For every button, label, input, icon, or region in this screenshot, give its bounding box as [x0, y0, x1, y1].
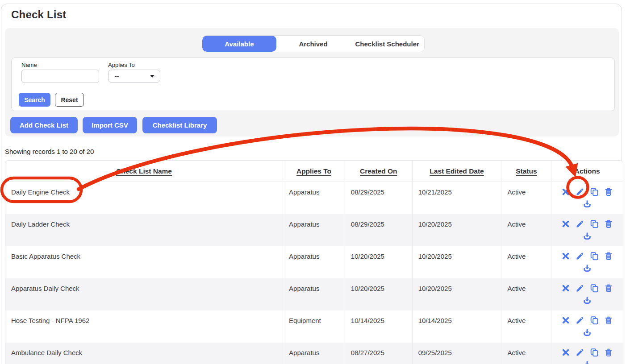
cell-actions: [551, 343, 623, 364]
copy-icon[interactable]: [590, 187, 599, 196]
cell-last-edited-date: 10/21/2025: [412, 182, 501, 214]
checklist-table: Check List Name Applies To Created On La…: [5, 160, 623, 364]
copy-icon[interactable]: [590, 284, 599, 293]
edit-icon[interactable]: [576, 187, 584, 196]
cell-status: Active: [501, 182, 551, 214]
cell-actions: [551, 246, 623, 278]
search-button[interactable]: Search: [19, 93, 50, 107]
name-input[interactable]: [21, 70, 99, 83]
column-header-last-edited-date[interactable]: Last Edited Date: [412, 161, 501, 182]
table-row: Basic Apparatus Check Apparatus 10/20/20…: [5, 246, 623, 278]
column-header-status[interactable]: Status: [501, 161, 551, 182]
applies-to-selected-value: --: [115, 73, 119, 80]
page-card: Check List Available Archived Checklist …: [1, 4, 622, 364]
cell-check-list-name: Ambulance Daily Check: [5, 343, 283, 364]
edit-icon[interactable]: [576, 348, 584, 357]
cell-applies-to: Equipment: [283, 310, 345, 343]
column-header-created-on[interactable]: Created On: [345, 161, 412, 182]
cell-actions: [551, 310, 623, 343]
cell-actions: [551, 182, 623, 214]
cell-created-on: 10/20/2025: [345, 246, 412, 278]
table-row: Ambulance Daily Check Apparatus 08/27/20…: [5, 343, 623, 364]
add-check-list-button[interactable]: Add Check List: [10, 117, 78, 133]
edit-icon[interactable]: [576, 316, 584, 325]
cell-actions: [551, 214, 623, 246]
deactivate-icon[interactable]: [561, 348, 570, 357]
table-row: Hose Testing - NFPA 1962 Equipment 10/14…: [5, 310, 623, 343]
copy-icon[interactable]: [590, 348, 599, 357]
records-summary: Showing records 1 to 20 of 20: [5, 148, 94, 155]
tab-archived[interactable]: Archived: [276, 36, 351, 52]
download-icon[interactable]: [583, 232, 592, 241]
applies-to-label: Applies To: [108, 62, 135, 68]
tab-available[interactable]: Available: [202, 36, 276, 52]
table-row: Daily Engine Check Apparatus 08/29/2025 …: [5, 182, 623, 214]
cell-check-list-name: Apparatus Daily Check: [5, 278, 283, 310]
tab-checklist-scheduler[interactable]: Checklist Scheduler: [350, 36, 424, 52]
reset-button[interactable]: Reset: [55, 93, 84, 107]
download-icon[interactable]: [583, 328, 592, 337]
cell-applies-to: Apparatus: [283, 278, 345, 310]
delete-icon[interactable]: [604, 284, 613, 293]
cell-last-edited-date: 10/20/2025: [412, 246, 501, 278]
download-icon[interactable]: [583, 360, 592, 364]
table-header-row: Check List Name Applies To Created On La…: [5, 161, 623, 182]
cell-applies-to: Apparatus: [283, 246, 345, 278]
column-header-actions: Actions: [551, 161, 623, 182]
cell-last-edited-date: 10/14/2025: [412, 310, 501, 343]
cell-status: Active: [501, 214, 551, 246]
cell-applies-to: Apparatus: [283, 182, 345, 214]
deactivate-icon[interactable]: [561, 219, 570, 228]
cell-check-list-name: Daily Ladder Check: [5, 214, 283, 246]
edit-icon[interactable]: [576, 252, 584, 261]
cell-check-list-name: Basic Apparatus Check: [5, 246, 283, 278]
column-header-check-list-name[interactable]: Check List Name: [5, 161, 283, 182]
cell-status: Active: [501, 278, 551, 310]
name-label: Name: [21, 62, 37, 68]
cell-status: Active: [501, 310, 551, 343]
delete-icon[interactable]: [604, 252, 613, 261]
column-header-applies-to[interactable]: Applies To: [283, 161, 345, 182]
cell-applies-to: Apparatus: [283, 214, 345, 246]
edit-icon[interactable]: [576, 284, 584, 293]
copy-icon[interactable]: [590, 219, 599, 228]
cell-check-list-name: Daily Engine Check: [5, 182, 283, 214]
chevron-down-icon: [150, 75, 154, 78]
deactivate-icon[interactable]: [561, 316, 570, 325]
cell-created-on: 08/27/2025: [345, 343, 412, 364]
cell-actions: [551, 278, 623, 310]
cell-last-edited-date: 09/25/2025: [412, 343, 501, 364]
table-row: Daily Ladder Check Apparatus 08/29/2025 …: [5, 214, 623, 246]
applies-to-select[interactable]: --: [108, 70, 160, 83]
tab-group: Available Archived Checklist Scheduler: [202, 35, 425, 52]
search-form: Name Applies To -- Search Reset: [11, 58, 615, 111]
cell-created-on: 10/14/2025: [345, 310, 412, 343]
cell-last-edited-date: 10/20/2025: [412, 214, 501, 246]
cell-status: Active: [501, 343, 551, 364]
import-csv-button[interactable]: Import CSV: [83, 117, 137, 133]
delete-icon[interactable]: [604, 187, 613, 196]
edit-icon[interactable]: [576, 219, 584, 228]
download-icon[interactable]: [583, 296, 592, 305]
cell-created-on: 08/29/2025: [345, 214, 412, 246]
delete-icon[interactable]: [604, 219, 613, 228]
delete-icon[interactable]: [604, 348, 613, 357]
checklist-library-button[interactable]: Checklist Library: [142, 117, 217, 133]
deactivate-icon[interactable]: [561, 187, 570, 196]
delete-icon[interactable]: [604, 316, 613, 325]
table-row: Apparatus Daily Check Apparatus 10/20/20…: [5, 278, 623, 310]
download-icon[interactable]: [583, 264, 592, 273]
cell-applies-to: Apparatus: [283, 343, 345, 364]
copy-icon[interactable]: [590, 252, 599, 261]
deactivate-icon[interactable]: [561, 252, 570, 261]
cell-check-list-name: Hose Testing - NFPA 1962: [5, 310, 283, 343]
download-icon[interactable]: [583, 200, 592, 209]
cell-status: Active: [501, 246, 551, 278]
copy-icon[interactable]: [590, 316, 599, 325]
cell-last-edited-date: 10/20/2025: [412, 278, 501, 310]
filter-panel: Available Archived Checklist Scheduler N…: [5, 28, 619, 136]
page-title: Check List: [11, 8, 66, 21]
cell-created-on: 10/20/2025: [345, 278, 412, 310]
cell-created-on: 08/29/2025: [345, 182, 412, 214]
deactivate-icon[interactable]: [561, 284, 570, 293]
